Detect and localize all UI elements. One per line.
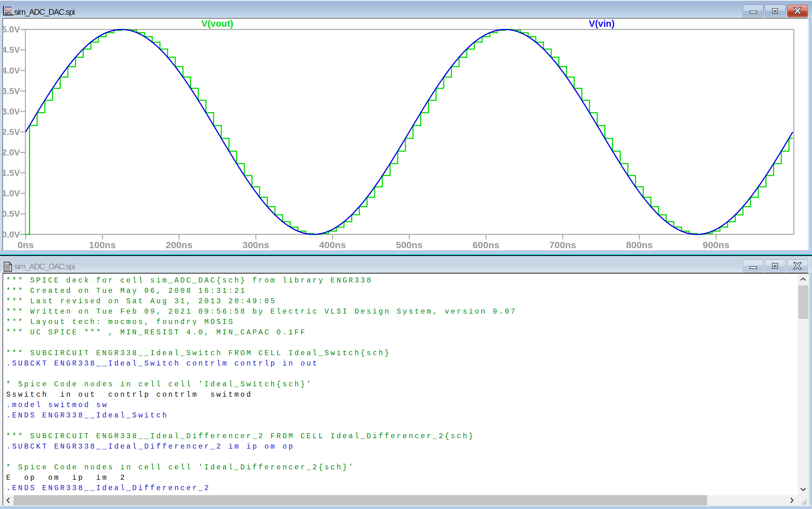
svg-text:2.5V: 2.5V <box>2 127 20 137</box>
svg-text:2.0V: 2.0V <box>2 147 20 157</box>
svg-text:600ns: 600ns <box>473 240 499 250</box>
svg-text:4.5V: 4.5V <box>2 45 20 55</box>
svg-text:3.5V: 3.5V <box>2 86 20 96</box>
svg-text:100ns: 100ns <box>89 240 116 250</box>
svg-text:5.0V: 5.0V <box>2 25 20 34</box>
svg-text:400ns: 400ns <box>319 240 346 250</box>
svg-text:900ns: 900ns <box>703 240 729 250</box>
svg-text:V(vin): V(vin) <box>589 18 615 29</box>
svg-text:1.0V: 1.0V <box>2 189 20 198</box>
svg-text:500ns: 500ns <box>396 240 423 250</box>
svg-text:800ns: 800ns <box>626 240 653 250</box>
svg-text:1.5V: 1.5V <box>2 168 20 178</box>
svg-text:0ns: 0ns <box>18 240 34 250</box>
svg-text:3.0V: 3.0V <box>2 107 20 116</box>
svg-text:300ns: 300ns <box>243 240 269 250</box>
svg-text:200ns: 200ns <box>166 240 192 250</box>
svg-text:4.0V: 4.0V <box>2 66 20 75</box>
svg-text:V(vout): V(vout) <box>201 18 233 29</box>
svg-text:700ns: 700ns <box>550 240 576 250</box>
svg-text:0.5V: 0.5V <box>2 209 20 218</box>
svg-text:0.0V: 0.0V <box>2 230 20 239</box>
